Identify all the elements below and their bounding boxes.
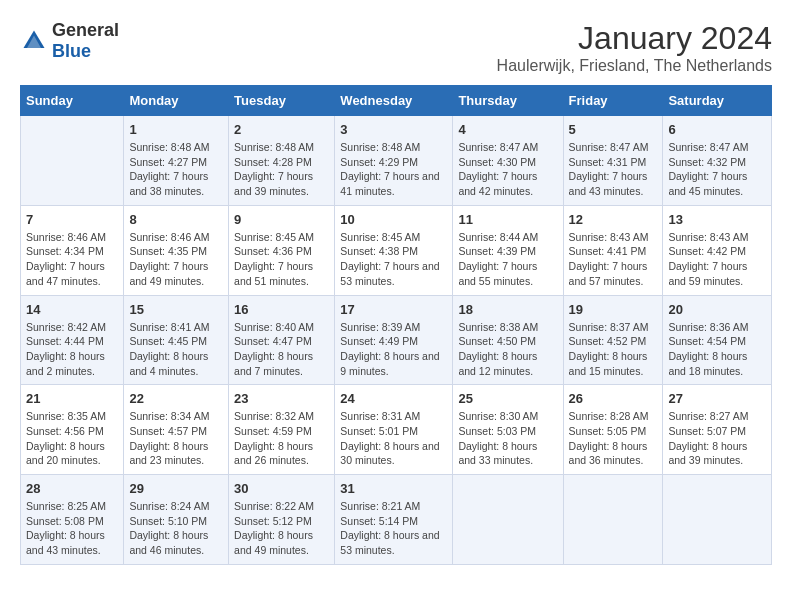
day-number: 23 [234,391,329,406]
title-block: January 2024 Haulerwijk, Friesland, The … [497,20,772,75]
day-info: Sunrise: 8:44 AMSunset: 4:39 PMDaylight:… [458,230,557,289]
day-number: 17 [340,302,447,317]
day-info: Sunrise: 8:43 AMSunset: 4:42 PMDaylight:… [668,230,766,289]
day-info: Sunrise: 8:25 AMSunset: 5:08 PMDaylight:… [26,499,118,558]
day-number: 7 [26,212,118,227]
day-number: 4 [458,122,557,137]
day-number: 24 [340,391,447,406]
day-cell: 17Sunrise: 8:39 AMSunset: 4:49 PMDayligh… [335,295,453,385]
calendar-table: SundayMondayTuesdayWednesdayThursdayFrid… [20,85,772,565]
day-cell: 18Sunrise: 8:38 AMSunset: 4:50 PMDayligh… [453,295,563,385]
day-info: Sunrise: 8:38 AMSunset: 4:50 PMDaylight:… [458,320,557,379]
day-cell: 14Sunrise: 8:42 AMSunset: 4:44 PMDayligh… [21,295,124,385]
day-number: 28 [26,481,118,496]
day-cell: 2Sunrise: 8:48 AMSunset: 4:28 PMDaylight… [229,116,335,206]
day-number: 27 [668,391,766,406]
day-cell: 30Sunrise: 8:22 AMSunset: 5:12 PMDayligh… [229,475,335,565]
day-cell: 3Sunrise: 8:48 AMSunset: 4:29 PMDaylight… [335,116,453,206]
col-header-friday: Friday [563,86,663,116]
logo-text-blue: Blue [52,41,91,61]
day-number: 19 [569,302,658,317]
day-number: 10 [340,212,447,227]
day-number: 21 [26,391,118,406]
day-cell: 9Sunrise: 8:45 AMSunset: 4:36 PMDaylight… [229,205,335,295]
day-info: Sunrise: 8:47 AMSunset: 4:30 PMDaylight:… [458,140,557,199]
day-cell: 20Sunrise: 8:36 AMSunset: 4:54 PMDayligh… [663,295,772,385]
col-header-monday: Monday [124,86,229,116]
day-info: Sunrise: 8:41 AMSunset: 4:45 PMDaylight:… [129,320,223,379]
day-info: Sunrise: 8:45 AMSunset: 4:36 PMDaylight:… [234,230,329,289]
logo: General Blue [20,20,119,62]
day-info: Sunrise: 8:35 AMSunset: 4:56 PMDaylight:… [26,409,118,468]
col-header-sunday: Sunday [21,86,124,116]
day-info: Sunrise: 8:43 AMSunset: 4:41 PMDaylight:… [569,230,658,289]
day-number: 12 [569,212,658,227]
calendar-header-row: SundayMondayTuesdayWednesdayThursdayFrid… [21,86,772,116]
day-number: 2 [234,122,329,137]
day-number: 30 [234,481,329,496]
day-cell: 11Sunrise: 8:44 AMSunset: 4:39 PMDayligh… [453,205,563,295]
day-cell: 26Sunrise: 8:28 AMSunset: 5:05 PMDayligh… [563,385,663,475]
day-number: 9 [234,212,329,227]
day-info: Sunrise: 8:45 AMSunset: 4:38 PMDaylight:… [340,230,447,289]
main-title: January 2024 [497,20,772,57]
day-cell: 22Sunrise: 8:34 AMSunset: 4:57 PMDayligh… [124,385,229,475]
day-info: Sunrise: 8:36 AMSunset: 4:54 PMDaylight:… [668,320,766,379]
logo-icon [20,27,48,55]
day-info: Sunrise: 8:47 AMSunset: 4:32 PMDaylight:… [668,140,766,199]
day-info: Sunrise: 8:27 AMSunset: 5:07 PMDaylight:… [668,409,766,468]
week-row-4: 28Sunrise: 8:25 AMSunset: 5:08 PMDayligh… [21,475,772,565]
day-cell [563,475,663,565]
col-header-wednesday: Wednesday [335,86,453,116]
day-cell: 12Sunrise: 8:43 AMSunset: 4:41 PMDayligh… [563,205,663,295]
day-number: 18 [458,302,557,317]
day-number: 31 [340,481,447,496]
week-row-0: 1Sunrise: 8:48 AMSunset: 4:27 PMDaylight… [21,116,772,206]
day-cell [663,475,772,565]
day-info: Sunrise: 8:24 AMSunset: 5:10 PMDaylight:… [129,499,223,558]
day-number: 22 [129,391,223,406]
day-cell: 10Sunrise: 8:45 AMSunset: 4:38 PMDayligh… [335,205,453,295]
day-info: Sunrise: 8:46 AMSunset: 4:34 PMDaylight:… [26,230,118,289]
col-header-saturday: Saturday [663,86,772,116]
logo-text-general: General [52,20,119,40]
day-cell: 25Sunrise: 8:30 AMSunset: 5:03 PMDayligh… [453,385,563,475]
day-number: 8 [129,212,223,227]
day-cell: 4Sunrise: 8:47 AMSunset: 4:30 PMDaylight… [453,116,563,206]
day-cell: 29Sunrise: 8:24 AMSunset: 5:10 PMDayligh… [124,475,229,565]
day-number: 29 [129,481,223,496]
subtitle: Haulerwijk, Friesland, The Netherlands [497,57,772,75]
day-number: 16 [234,302,329,317]
day-info: Sunrise: 8:34 AMSunset: 4:57 PMDaylight:… [129,409,223,468]
day-info: Sunrise: 8:21 AMSunset: 5:14 PMDaylight:… [340,499,447,558]
col-header-thursday: Thursday [453,86,563,116]
week-row-2: 14Sunrise: 8:42 AMSunset: 4:44 PMDayligh… [21,295,772,385]
day-cell: 31Sunrise: 8:21 AMSunset: 5:14 PMDayligh… [335,475,453,565]
day-info: Sunrise: 8:42 AMSunset: 4:44 PMDaylight:… [26,320,118,379]
day-info: Sunrise: 8:28 AMSunset: 5:05 PMDaylight:… [569,409,658,468]
day-cell [21,116,124,206]
day-info: Sunrise: 8:32 AMSunset: 4:59 PMDaylight:… [234,409,329,468]
day-cell: 13Sunrise: 8:43 AMSunset: 4:42 PMDayligh… [663,205,772,295]
day-cell: 28Sunrise: 8:25 AMSunset: 5:08 PMDayligh… [21,475,124,565]
day-cell [453,475,563,565]
day-number: 3 [340,122,447,137]
col-header-tuesday: Tuesday [229,86,335,116]
day-cell: 8Sunrise: 8:46 AMSunset: 4:35 PMDaylight… [124,205,229,295]
day-info: Sunrise: 8:31 AMSunset: 5:01 PMDaylight:… [340,409,447,468]
day-number: 1 [129,122,223,137]
day-cell: 1Sunrise: 8:48 AMSunset: 4:27 PMDaylight… [124,116,229,206]
day-cell: 7Sunrise: 8:46 AMSunset: 4:34 PMDaylight… [21,205,124,295]
day-cell: 15Sunrise: 8:41 AMSunset: 4:45 PMDayligh… [124,295,229,385]
day-number: 6 [668,122,766,137]
day-info: Sunrise: 8:22 AMSunset: 5:12 PMDaylight:… [234,499,329,558]
day-info: Sunrise: 8:47 AMSunset: 4:31 PMDaylight:… [569,140,658,199]
day-cell: 24Sunrise: 8:31 AMSunset: 5:01 PMDayligh… [335,385,453,475]
day-number: 26 [569,391,658,406]
day-cell: 27Sunrise: 8:27 AMSunset: 5:07 PMDayligh… [663,385,772,475]
day-info: Sunrise: 8:48 AMSunset: 4:28 PMDaylight:… [234,140,329,199]
day-info: Sunrise: 8:30 AMSunset: 5:03 PMDaylight:… [458,409,557,468]
day-info: Sunrise: 8:48 AMSunset: 4:29 PMDaylight:… [340,140,447,199]
day-info: Sunrise: 8:39 AMSunset: 4:49 PMDaylight:… [340,320,447,379]
day-info: Sunrise: 8:37 AMSunset: 4:52 PMDaylight:… [569,320,658,379]
